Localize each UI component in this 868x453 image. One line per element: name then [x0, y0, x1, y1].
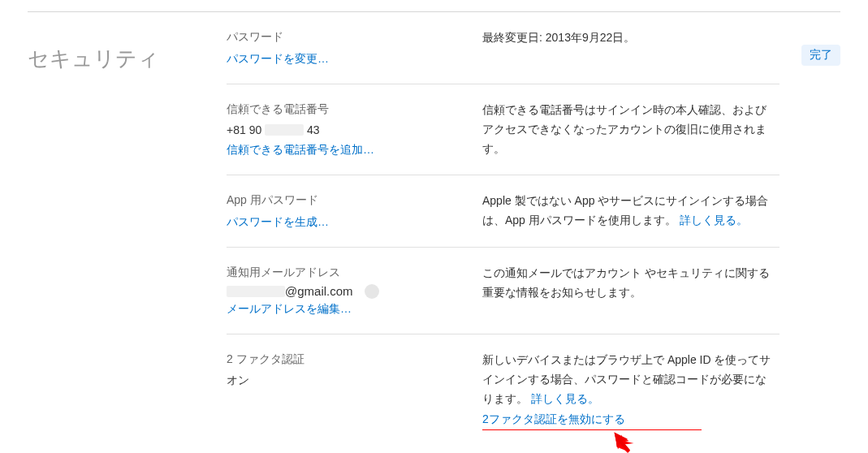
app-password-learn-more-link[interactable]: 詳しく見る。: [680, 214, 748, 226]
status-indicator-icon: [365, 284, 379, 299]
tfa-desc-text: 新しいデバイスまたはブラウザ上で Apple ID を使ってサインインする場合、…: [482, 353, 771, 405]
row-trusted-phone: 信頼できる電話番号 +81 90 43 信頼できる電話番号を追加… 信頼できる電…: [227, 84, 779, 175]
annotation-underline: [482, 429, 702, 430]
edit-email-link[interactable]: メールアドレスを編集…: [227, 299, 466, 319]
app-password-description: Apple 製ではない App やサービスにサインインする場合は、App 用パス…: [482, 192, 775, 231]
email-description: この通知メールではアカウント やセキュリティに関する重要な情報をお知らせします。: [482, 264, 775, 303]
row-two-factor: 2 ファクタ認証 オン 新しいデバイスまたはブラウザ上で Apple ID を使…: [227, 334, 779, 444]
tfa-description: 新しいデバイスまたはブラウザ上で Apple ID を使ってサインインする場合、…: [482, 351, 775, 408]
email-label: 通知用メールアドレス: [227, 264, 466, 281]
phone-description: 信頼できる電話番号はサインイン時の本人確認、およびアクセスできなくなったアカウン…: [482, 101, 775, 158]
row-app-password: App 用パスワード パスワードを生成… Apple 製ではない App やサー…: [227, 175, 779, 248]
password-label: パスワード: [227, 28, 466, 45]
done-button[interactable]: 完了: [801, 45, 840, 66]
password-last-changed: 最終変更日: 2013年9月22日。: [482, 28, 775, 48]
phone-value: +81 90 43: [227, 121, 466, 139]
phone-suffix: 43: [307, 123, 320, 136]
phone-label: 信頼できる電話番号: [227, 101, 466, 118]
annotation-arrow-icon: [611, 429, 635, 453]
row-notification-email: 通知用メールアドレス @gmail.com メールアドレスを編集… この通知メー…: [227, 248, 779, 334]
generate-app-password-link[interactable]: パスワードを生成…: [227, 212, 466, 232]
phone-prefix: +81 90: [227, 123, 261, 136]
tfa-learn-more-link[interactable]: 詳しく見る。: [531, 392, 599, 405]
phone-masked-part: [265, 124, 304, 136]
email-local-masked: [227, 286, 285, 297]
add-trusted-phone-link[interactable]: 信頼できる電話番号を追加…: [227, 140, 466, 160]
change-password-link[interactable]: パスワードを変更…: [227, 49, 466, 69]
app-password-label: App 用パスワード: [227, 192, 466, 209]
disable-tfa-link[interactable]: 2ファクタ認証を無効にする: [482, 412, 775, 427]
email-value: @gmail.com: [227, 284, 353, 298]
section-title: セキュリティ: [28, 45, 227, 73]
tfa-status: オン: [227, 371, 466, 389]
email-domain: @gmail.com: [285, 284, 353, 298]
row-password: パスワード パスワードを変更… 最終変更日: 2013年9月22日。: [227, 12, 779, 84]
tfa-label: 2 ファクタ認証: [227, 351, 466, 368]
